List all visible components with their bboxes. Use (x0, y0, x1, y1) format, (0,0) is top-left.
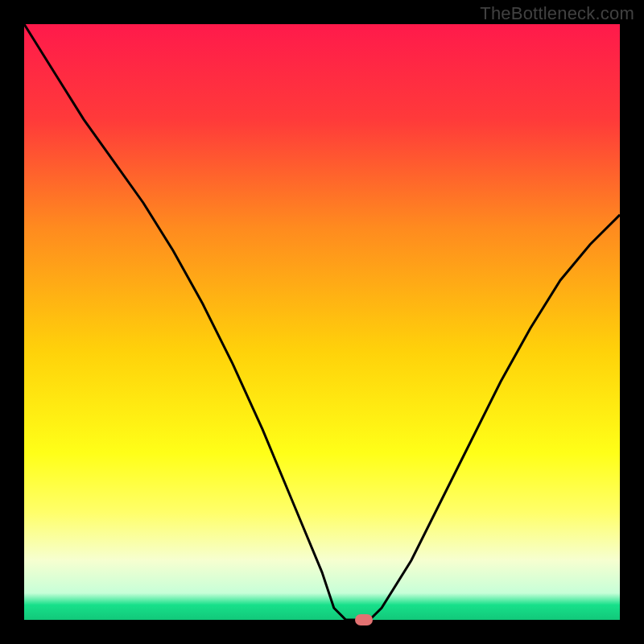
chart-frame: TheBottleneck.com (0, 0, 644, 644)
gradient-background (24, 24, 620, 620)
watermark-text: TheBottleneck.com (480, 3, 634, 24)
optimal-point-marker (355, 614, 373, 625)
bottleneck-plot (24, 24, 620, 620)
